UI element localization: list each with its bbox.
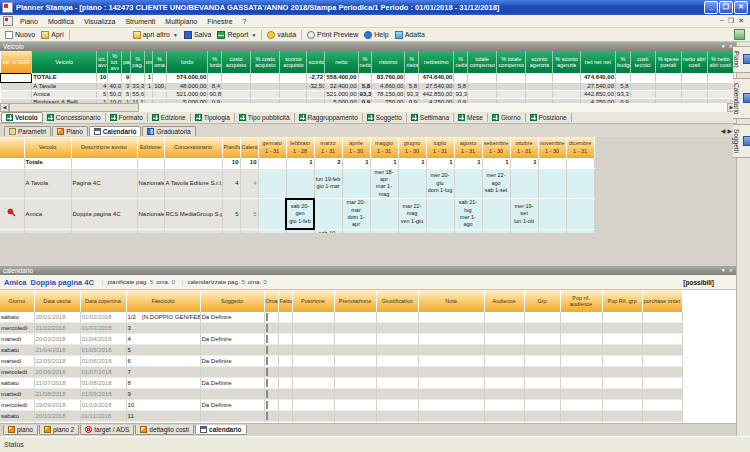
cell[interactable]	[602, 312, 642, 323]
cell[interactable]	[418, 389, 484, 400]
calendar-cell-agosto[interactable]	[454, 229, 482, 233]
cell-soggetto[interactable]	[200, 367, 264, 378]
cell[interactable]	[707, 83, 733, 91]
mdi-close-icon[interactable]: ✕	[738, 17, 744, 25]
cell[interactable]: 27.540,00	[580, 83, 615, 91]
cell-data-copertina[interactable]: 01/05/2018	[80, 345, 126, 356]
calendar-cell-settembre[interactable]	[482, 229, 510, 233]
cell[interactable]	[280, 73, 307, 83]
tab-calendario[interactable]: Calendario	[89, 126, 142, 136]
cell[interactable]: 9	[121, 73, 130, 83]
cell[interactable]	[484, 378, 524, 389]
cell[interactable]	[602, 378, 642, 389]
cell[interactable]: 5,8	[405, 83, 419, 91]
cell[interactable]: 521.000,00	[166, 91, 208, 99]
cell-soggetto[interactable]	[200, 323, 264, 334]
cell-fascicolo[interactable]: 11	[126, 411, 200, 422]
toolbar-adatta-button[interactable]: Adatta	[392, 30, 428, 40]
cell[interactable]	[334, 356, 376, 367]
cell[interactable]	[526, 83, 553, 91]
tab-graduatoria[interactable]: Graduatoria	[142, 126, 195, 136]
tab-settimana[interactable]: Settimana	[407, 113, 454, 122]
cell-concessionario[interactable]: A Tavola Editore S.r.l.	[164, 168, 222, 199]
cell[interactable]: 93,3	[405, 91, 419, 99]
calendar-cell-maggio[interactable]: mer 18-aprmar 1-mag	[370, 168, 398, 199]
cell[interactable]	[484, 367, 524, 378]
cell[interactable]: 1	[144, 73, 152, 83]
calendar-cell-dicembre[interactable]	[566, 168, 594, 199]
calendar-cell-giugno[interactable]	[398, 229, 426, 233]
cell-pianificate[interactable]: 4	[222, 168, 240, 199]
cell[interactable]	[334, 334, 376, 345]
cell-data-uscita[interactable]: 22/05/2018	[34, 356, 80, 367]
calendar-cell-novembre[interactable]	[538, 199, 566, 230]
cell[interactable]	[278, 400, 292, 411]
cell[interactable]	[376, 378, 418, 389]
cell-data-uscita[interactable]: 21/07/2018	[34, 378, 80, 389]
cell-data-copertina[interactable]: 01/07/2018	[80, 367, 126, 378]
cell[interactable]	[278, 411, 292, 422]
menu-modifica[interactable]: Modifica	[43, 18, 79, 25]
toolbar-overflow-icon[interactable]	[734, 29, 745, 40]
cell[interactable]: 4	[96, 83, 107, 91]
calendar-cell-ottobre[interactable]: mer 19-setlun 1-ott	[510, 199, 538, 230]
menu-visualizza[interactable]: Visualizza	[79, 18, 120, 25]
cell[interactable]	[524, 312, 560, 323]
cell-fascicolo[interactable]: 5	[126, 345, 200, 356]
cell[interactable]: 93,3	[454, 91, 468, 99]
cell-fascicolo[interactable]: 8	[126, 378, 200, 389]
cell[interactable]	[484, 312, 524, 323]
cell[interactable]	[484, 389, 524, 400]
cell[interactable]	[602, 334, 642, 345]
cell[interactable]	[418, 345, 484, 356]
cell[interactable]: -32,50	[307, 83, 325, 91]
cell[interactable]: 50,0	[108, 91, 122, 99]
cell[interactable]	[642, 323, 682, 334]
cell[interactable]	[251, 83, 280, 91]
cell[interactable]	[334, 411, 376, 422]
cell[interactable]	[484, 345, 524, 356]
calendar-cell-febbraio[interactable]	[286, 168, 314, 199]
cell-data-copertina[interactable]: 01/11/2018	[80, 411, 126, 422]
cell[interactable]: 3	[121, 83, 130, 91]
cell-giorno[interactable]: mercoledì	[0, 400, 34, 411]
cell[interactable]: 93,3	[616, 91, 631, 99]
panel-close-icon[interactable]: ✕	[729, 268, 733, 273]
cell[interactable]	[524, 345, 560, 356]
cell[interactable]: 55,6	[131, 91, 145, 99]
cell[interactable]	[681, 91, 707, 99]
cell[interactable]	[524, 356, 560, 367]
cell[interactable]	[292, 411, 334, 422]
omaggio-checkbox[interactable]	[266, 401, 268, 409]
dropdown-arrow-icon[interactable]: ▼	[173, 32, 178, 38]
cell[interactable]	[221, 91, 250, 99]
cell-soggetto[interactable]: Da Definire	[200, 312, 264, 323]
cell[interactable]	[642, 378, 682, 389]
cell[interactable]	[278, 356, 292, 367]
cell[interactable]	[334, 312, 376, 323]
omaggio-checkbox[interactable]	[266, 324, 268, 332]
cell[interactable]	[602, 356, 642, 367]
cell[interactable]	[497, 91, 526, 99]
cell[interactable]	[280, 83, 307, 91]
tab-target-ads[interactable]: target / ADS	[80, 425, 134, 435]
cell[interactable]	[334, 323, 376, 334]
cell-edizione[interactable]: Nazionale	[137, 199, 164, 230]
cell[interactable]: 10	[96, 73, 107, 83]
cell-pianificate[interactable]: 5	[222, 199, 240, 230]
calendar-cell-aprile[interactable]: mar 20-mardom 1-apr	[342, 199, 370, 230]
dock-tab-piano[interactable]: Piano	[733, 46, 750, 73]
calendar-cell-novembre[interactable]	[538, 168, 566, 199]
dropdown-arrow-icon[interactable]: ▼	[251, 32, 256, 38]
row-selector[interactable]	[0, 229, 24, 233]
toolbar-report-button[interactable]: Report▼	[214, 30, 259, 40]
cell[interactable]	[602, 400, 642, 411]
mdi-minimize-icon[interactable]: −	[720, 17, 724, 25]
cell-data-uscita[interactable]: 20/01/2018	[34, 312, 80, 323]
cell-omaggio[interactable]	[264, 323, 278, 334]
cell-fascicolo[interactable]: 10	[126, 400, 200, 411]
tab-piano[interactable]: piano	[3, 425, 38, 435]
row-selector[interactable]	[0, 199, 24, 230]
calendar-cell-marzo[interactable]	[314, 199, 342, 230]
cell[interactable]: 48.000,00	[166, 83, 208, 91]
